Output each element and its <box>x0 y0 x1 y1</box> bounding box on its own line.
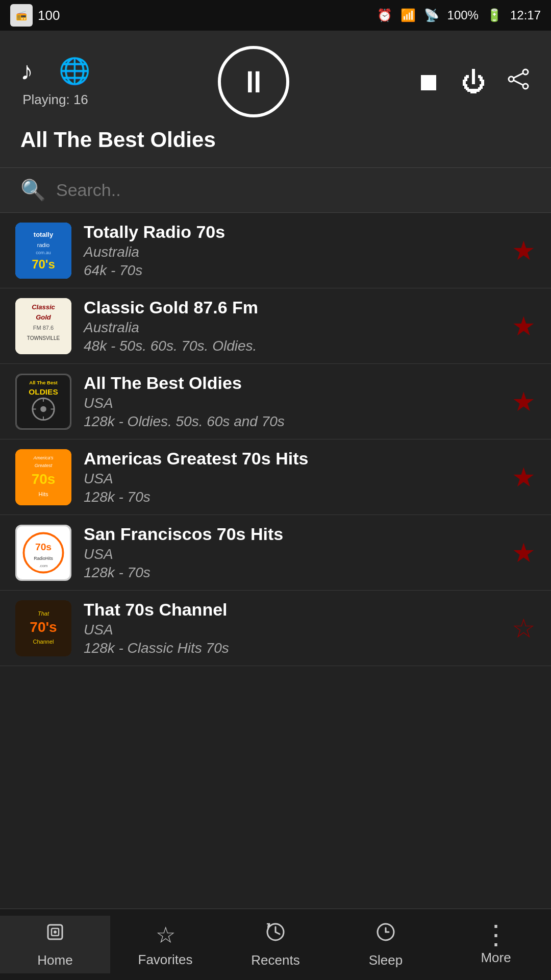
table-row[interactable]: 70s RadioHits .com San Franciscos 70s Hi… <box>0 515 551 591</box>
search-input[interactable] <box>56 180 531 200</box>
station-country: USA <box>84 395 499 411</box>
table-row[interactable]: totally radio com.au 70's Totally Radio … <box>0 213 551 288</box>
table-row[interactable]: That 70's Channel That 70s Channel USA 1… <box>0 591 551 666</box>
station-name: All The Best Oldies <box>84 373 499 393</box>
nav-item-sleep[interactable]: Sleep <box>331 916 441 973</box>
svg-text:70's: 70's <box>30 619 57 635</box>
svg-text:totally: totally <box>34 231 54 238</box>
svg-point-0 <box>523 69 528 75</box>
search-icon: 🔍 <box>20 178 46 202</box>
station-name: Americas Greatest 70s Hits <box>84 449 499 469</box>
station-logo: totally radio com.au 70's <box>15 223 71 279</box>
globe-icon[interactable]: 🌐 <box>59 56 90 86</box>
svg-text:radio: radio <box>37 242 49 248</box>
station-list: totally radio com.au 70's Totally Radio … <box>0 213 551 938</box>
home-icon <box>44 921 66 948</box>
share-button[interactable] <box>506 67 531 97</box>
table-row[interactable]: America's Greatest 70s Hits Americas Gre… <box>0 439 551 515</box>
svg-line-4 <box>513 80 523 85</box>
station-meta: 128k - Classic Hits 70s <box>84 640 499 656</box>
station-logo: Classic Gold FM 87.6 TOWNSVILLE <box>15 298 71 354</box>
player-area: ♪ 🌐 Playing: 16 ⏸ ⏹ ⏻ All The Best Oldie <box>0 31 551 167</box>
signal-icon: 📡 <box>424 8 439 22</box>
svg-point-2 <box>509 77 514 82</box>
favorite-star[interactable]: ★ <box>512 462 536 493</box>
station-logo: 70s RadioHits .com <box>15 525 71 581</box>
wifi-icon: 📶 <box>400 8 416 22</box>
svg-text:TOWNSVILLE: TOWNSVILLE <box>27 335 60 341</box>
now-playing-title: All The Best Oldies <box>20 128 531 152</box>
more-label: More <box>481 950 511 966</box>
favorite-star[interactable]: ★ <box>512 537 536 568</box>
nav-item-recents[interactable]: Recents <box>220 916 331 973</box>
stop-button[interactable]: ⏹ <box>416 68 441 96</box>
playing-label: Playing: 16 <box>22 92 88 108</box>
svg-text:Hits: Hits <box>39 491 48 497</box>
bottom-nav: Home ☆ Favorites Recents Sleep ⋮ More <box>0 909 551 980</box>
sleep-icon <box>374 921 397 948</box>
svg-text:Classic: Classic <box>32 303 55 311</box>
more-icon: ⋮ <box>483 923 509 946</box>
favorite-star[interactable]: ★ <box>512 235 536 266</box>
station-info: All The Best Oldies USA 128k - Oldies. 5… <box>84 373 499 430</box>
svg-point-40 <box>54 930 57 934</box>
status-right: ⏰ 📶 📡 100% 🔋 12:17 <box>377 8 541 22</box>
svg-text:70s: 70s <box>32 471 56 487</box>
station-country: USA <box>84 546 499 562</box>
station-info: San Franciscos 70s Hits USA 128k - 70s <box>84 524 499 581</box>
svg-text:.com: .com <box>39 563 48 568</box>
station-info: Americas Greatest 70s Hits USA 128k - 70… <box>84 449 499 505</box>
svg-text:All The Best: All The Best <box>29 380 58 385</box>
player-controls-row: ♪ 🌐 Playing: 16 ⏸ ⏹ ⏻ <box>20 46 531 117</box>
station-meta: 64k - 70s <box>84 262 499 279</box>
player-left-icons: ♪ 🌐 Playing: 16 <box>20 56 90 108</box>
favorite-star[interactable]: ☆ <box>512 613 536 644</box>
battery-icon: 🔋 <box>487 8 502 22</box>
svg-point-19 <box>40 406 46 412</box>
sleep-label: Sleep <box>369 952 403 968</box>
svg-point-1 <box>523 84 528 89</box>
nav-item-more[interactable]: ⋮ More <box>441 918 551 971</box>
station-meta: 48k - 50s. 60s. 70s. Oldies. <box>84 338 499 354</box>
station-name: That 70s Channel <box>84 600 499 620</box>
nav-item-home[interactable]: Home <box>0 916 110 973</box>
status-count: 100 <box>38 8 60 23</box>
nav-item-favorites[interactable]: ☆ Favorites <box>110 917 220 973</box>
station-logo: All The Best OLDIES <box>15 374 71 430</box>
station-info: That 70s Channel USA 128k - Classic Hits… <box>84 600 499 656</box>
station-meta: 128k - 70s <box>84 489 499 505</box>
station-country: Australia <box>84 244 499 260</box>
station-country: Australia <box>84 320 499 336</box>
station-info: Classic Gold 87.6 Fm Australia 48k - 50s… <box>84 298 499 354</box>
favorites-icon: ☆ <box>156 922 176 948</box>
station-logo: That 70's Channel <box>15 600 71 656</box>
recents-label: Recents <box>251 952 299 968</box>
music-icon[interactable]: ♪ <box>20 56 33 86</box>
app-icon: 📻 <box>10 4 33 27</box>
recents-icon <box>264 921 287 948</box>
svg-text:70s: 70s <box>35 542 52 552</box>
player-right-icons: ⏹ ⏻ <box>416 67 531 97</box>
favorite-star[interactable]: ★ <box>512 386 536 417</box>
station-name: San Franciscos 70s Hits <box>84 524 499 544</box>
station-country: USA <box>84 622 499 638</box>
svg-text:RadioHits: RadioHits <box>34 556 53 561</box>
table-row[interactable]: All The Best OLDIES All The Best Oldies … <box>0 364 551 439</box>
svg-text:com.au: com.au <box>36 250 51 255</box>
power-button[interactable]: ⏻ <box>461 68 486 96</box>
svg-text:Gold: Gold <box>36 313 52 321</box>
search-bar: 🔍 <box>0 167 551 213</box>
svg-text:America's: America's <box>33 455 54 460</box>
favorite-star[interactable]: ★ <box>512 311 536 341</box>
station-logo: America's Greatest 70s Hits <box>15 449 71 505</box>
player-left-top: ♪ 🌐 <box>20 56 90 86</box>
svg-text:OLDIES: OLDIES <box>29 387 58 396</box>
home-label: Home <box>37 952 72 968</box>
favorites-label: Favorites <box>138 952 193 968</box>
table-row[interactable]: Classic Gold FM 87.6 TOWNSVILLE Classic … <box>0 288 551 364</box>
station-country: USA <box>84 471 499 487</box>
pause-button[interactable]: ⏸ <box>218 46 289 117</box>
alarm-icon: ⏰ <box>377 8 392 22</box>
svg-text:Greatest: Greatest <box>35 463 53 468</box>
time-label: 12:17 <box>510 8 541 22</box>
